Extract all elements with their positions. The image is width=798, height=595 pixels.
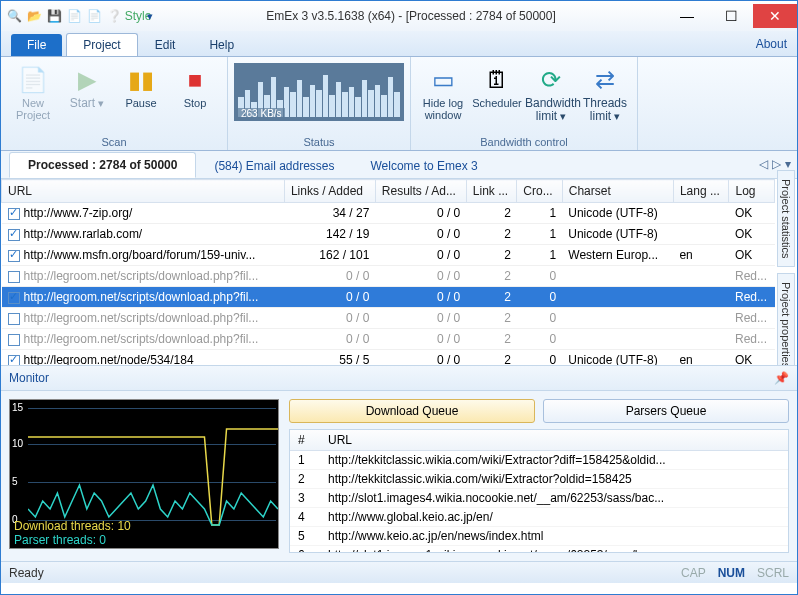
statusbar: Ready CAP NUM SCRL bbox=[1, 561, 797, 583]
col-link[interactable]: Link ... bbox=[466, 180, 517, 203]
tab-processed[interactable]: Processed : 2784 of 50000 bbox=[9, 152, 196, 178]
bandwidth-limit-button[interactable]: ⟳Bandwidth limit ▾ bbox=[525, 59, 577, 123]
row-checkbox[interactable] bbox=[8, 355, 20, 365]
row-checkbox[interactable] bbox=[8, 334, 20, 346]
monitor-title: Monitor bbox=[9, 371, 49, 385]
hide-log-icon: ▭ bbox=[417, 63, 469, 97]
stop-icon: ■ bbox=[169, 63, 221, 97]
help-icon[interactable]: ❔ bbox=[105, 7, 123, 25]
tab-welcome[interactable]: Welcome to Emex 3 bbox=[353, 154, 496, 178]
url-grid-wrap: URL Links / Added Results / Ad... Link .… bbox=[1, 179, 775, 365]
status-group-label: Status bbox=[234, 134, 404, 150]
num-indicator: NUM bbox=[718, 566, 745, 580]
window-title: EmEx 3 v3.5.1638 (x64) - [Processed : 27… bbox=[157, 9, 665, 23]
scan-group-label: Scan bbox=[7, 134, 221, 150]
maximize-button[interactable]: ☐ bbox=[709, 4, 753, 28]
pin-icon[interactable]: 📌 bbox=[774, 371, 789, 385]
qcol-url[interactable]: URL bbox=[320, 430, 788, 451]
status-chart: 263 KB/s bbox=[234, 63, 404, 121]
url-grid[interactable]: URL Links / Added Results / Ad... Link .… bbox=[1, 179, 775, 365]
side-tab-properties[interactable]: Project properties bbox=[777, 273, 795, 377]
table-row[interactable]: http://legroom.net/scripts/download.php?… bbox=[2, 329, 775, 350]
scrl-indicator: SCRL bbox=[757, 566, 789, 580]
side-tab-statistics[interactable]: Project statistics bbox=[777, 170, 795, 267]
row-checkbox[interactable] bbox=[8, 271, 20, 283]
help-tab[interactable]: Help bbox=[192, 33, 251, 56]
col-lang[interactable]: Lang ... bbox=[673, 180, 729, 203]
table-row[interactable]: http://legroom.net/scripts/download.php?… bbox=[2, 287, 775, 308]
open-icon[interactable]: 📂 bbox=[25, 7, 43, 25]
status-ready: Ready bbox=[9, 566, 44, 580]
table-row[interactable]: http://www.msfn.org/board/forum/159-univ… bbox=[2, 245, 775, 266]
list-item[interactable]: 6http://slot1.images1.wikia.nocookie.net… bbox=[290, 546, 788, 554]
cap-indicator: CAP bbox=[681, 566, 706, 580]
side-panels: Project statistics Project properties bbox=[777, 170, 797, 384]
col-charset[interactable]: Charset bbox=[562, 180, 673, 203]
chart-legend: Download threads: 10 Parser threads: 0 bbox=[14, 519, 131, 547]
close-button[interactable]: ✕ bbox=[753, 4, 797, 28]
row-checkbox[interactable] bbox=[8, 292, 20, 304]
about-link[interactable]: About bbox=[756, 37, 787, 51]
doc1-icon[interactable]: 📄 bbox=[65, 7, 83, 25]
col-url[interactable]: URL bbox=[2, 180, 285, 203]
save-icon[interactable]: 💾 bbox=[45, 7, 63, 25]
pause-button[interactable]: ▮▮Pause bbox=[115, 59, 167, 109]
ribbon-tabs: File Project Edit Help About bbox=[1, 31, 797, 57]
list-item[interactable]: 3http://slot1.images4.wikia.nocookie.net… bbox=[290, 489, 788, 508]
minimize-button[interactable]: — bbox=[665, 4, 709, 28]
bandwidth-group-label: Bandwidth control bbox=[417, 134, 631, 150]
new-project-icon: 📄 bbox=[7, 63, 59, 97]
row-checkbox[interactable] bbox=[8, 250, 20, 262]
file-tab[interactable]: File bbox=[11, 34, 62, 56]
monitor-body: 15 10 5 0 Download threads: 10 Parser th… bbox=[1, 391, 797, 561]
transfer-rate: 263 KB/s bbox=[238, 108, 285, 119]
col-log[interactable]: Log bbox=[729, 180, 775, 203]
threads-limit-button[interactable]: ⇄Threads limit ▾ bbox=[579, 59, 631, 123]
project-tab[interactable]: Project bbox=[66, 33, 137, 56]
monitor-header: Monitor 📌 bbox=[1, 365, 797, 391]
row-checkbox[interactable] bbox=[8, 229, 20, 241]
list-item[interactable]: 2http://tekkitclassic.wikia.com/wiki/Ext… bbox=[290, 470, 788, 489]
scheduler-button[interactable]: 🗓Scheduler bbox=[471, 59, 523, 109]
tab-next-icon[interactable]: ▷ bbox=[772, 157, 781, 171]
start-button[interactable]: ▶Start ▾ bbox=[61, 59, 113, 110]
titlebar: 🔍 📂 💾 📄 📄 ❔ Style ▾ EmEx 3 v3.5.1638 (x6… bbox=[1, 1, 797, 31]
stop-button[interactable]: ■Stop bbox=[169, 59, 221, 109]
ribbon: 📄New Project ▶Start ▾ ▮▮Pause ■Stop Scan… bbox=[1, 57, 797, 151]
threads-icon: ⇄ bbox=[579, 63, 631, 97]
col-links[interactable]: Links / Added bbox=[284, 180, 375, 203]
play-icon: ▶ bbox=[61, 63, 113, 97]
col-results[interactable]: Results / Ad... bbox=[375, 180, 466, 203]
pause-icon: ▮▮ bbox=[115, 63, 167, 97]
list-item[interactable]: 1http://tekkitclassic.wikia.com/wiki/Ext… bbox=[290, 451, 788, 470]
parsers-queue-button[interactable]: Parsers Queue bbox=[543, 399, 789, 423]
content-tabs: Processed : 2784 of 50000 (584) Email ad… bbox=[1, 151, 797, 179]
scheduler-icon: 🗓 bbox=[471, 63, 523, 97]
edit-tab[interactable]: Edit bbox=[138, 33, 193, 56]
new-project-button[interactable]: 📄New Project bbox=[7, 59, 59, 121]
download-queue-button[interactable]: Download Queue bbox=[289, 399, 535, 423]
col-cro[interactable]: Cro... bbox=[517, 180, 562, 203]
app-icon: 🔍 bbox=[5, 7, 23, 25]
style-dropdown[interactable]: Style ▾ bbox=[125, 7, 157, 25]
tab-prev-icon[interactable]: ◁ bbox=[759, 157, 768, 171]
list-item[interactable]: 4http://www.global.keio.ac.jp/en/ bbox=[290, 508, 788, 527]
table-row[interactable]: http://legroom.net/scripts/download.php?… bbox=[2, 308, 775, 329]
table-row[interactable]: http://legroom.net/scripts/download.php?… bbox=[2, 266, 775, 287]
tab-emails[interactable]: (584) Email addresses bbox=[196, 154, 352, 178]
table-row[interactable]: http://legroom.net/node/534/184 55 / 50 … bbox=[2, 350, 775, 366]
quick-access-toolbar: 🔍 📂 💾 📄 📄 ❔ Style ▾ bbox=[5, 7, 157, 25]
list-item[interactable]: 5http://www.keio.ac.jp/en/news/index.htm… bbox=[290, 527, 788, 546]
queue-table[interactable]: # URL 1http://tekkitclassic.wikia.com/wi… bbox=[289, 429, 789, 553]
table-row[interactable]: http://www.rarlab.com/ 142 / 190 / 021 U… bbox=[2, 224, 775, 245]
threads-chart: 15 10 5 0 Download threads: 10 Parser th… bbox=[9, 399, 279, 549]
row-checkbox[interactable] bbox=[8, 208, 20, 220]
hide-log-button[interactable]: ▭Hide log window bbox=[417, 59, 469, 121]
table-row[interactable]: http://www.7-zip.org/ 34 / 270 / 021 Uni… bbox=[2, 203, 775, 224]
row-checkbox[interactable] bbox=[8, 313, 20, 325]
tab-menu-icon[interactable]: ▾ bbox=[785, 157, 791, 171]
bandwidth-icon: ⟳ bbox=[525, 63, 577, 97]
qcol-num[interactable]: # bbox=[290, 430, 320, 451]
doc2-icon[interactable]: 📄 bbox=[85, 7, 103, 25]
